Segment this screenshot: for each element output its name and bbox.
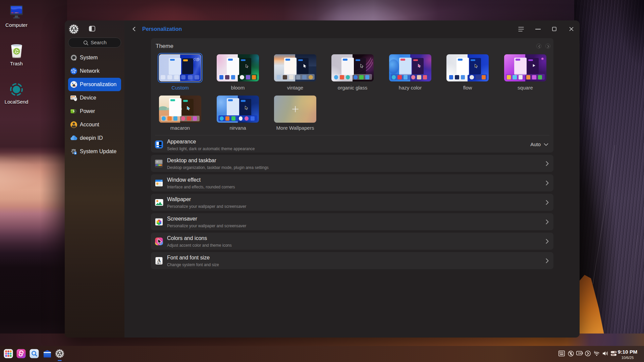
svg-text:6: 6 bbox=[594, 351, 595, 353]
svg-text:A: A bbox=[157, 258, 161, 263]
